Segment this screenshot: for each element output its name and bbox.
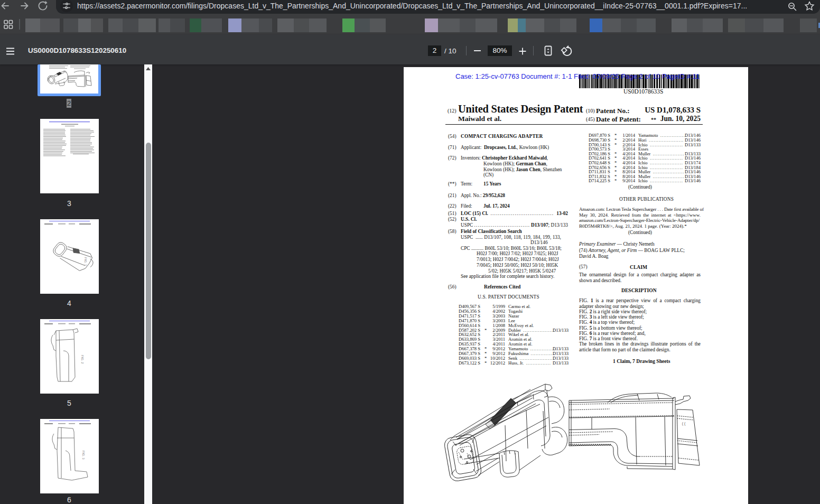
svg-text:FIG. 2: FIG. 2 xyxy=(81,355,84,364)
svg-text:FIG. 1: FIG. 1 xyxy=(84,257,87,266)
svg-text:((: (( xyxy=(682,422,686,426)
svg-text:FIG. 3: FIG. 3 xyxy=(82,451,85,460)
